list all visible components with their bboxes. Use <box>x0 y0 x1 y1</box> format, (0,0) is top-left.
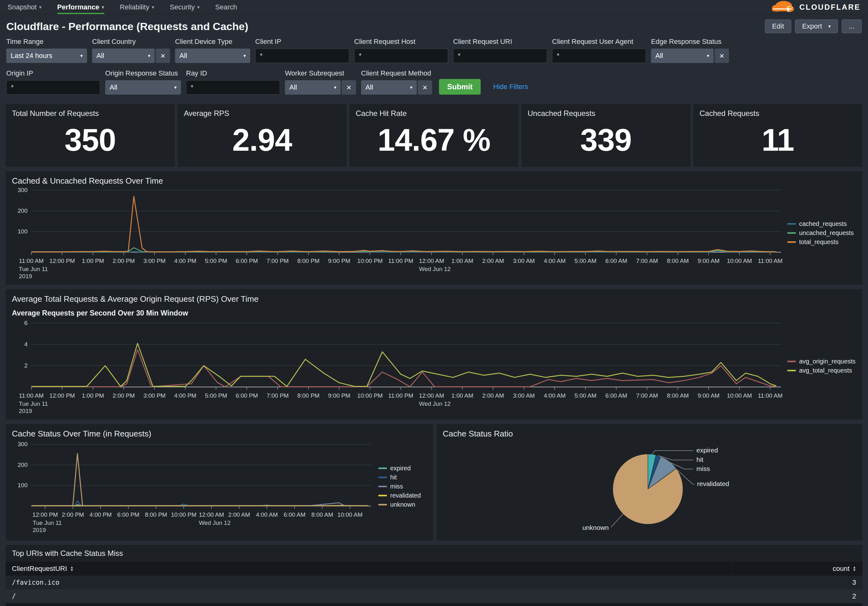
legend-item-expired[interactable]: expired <box>378 465 422 472</box>
client-request-method-clear-button[interactable]: × <box>418 80 432 95</box>
table-row[interactable]: /2 <box>6 589 862 603</box>
time-range-select[interactable]: Last 24 hours▾ <box>6 48 87 63</box>
pie-label-expired: expired <box>696 446 718 454</box>
chevron-down-icon: ▾ <box>410 85 412 90</box>
legend-swatch <box>787 223 796 225</box>
kpi-average-rps: Average RPS2.94 <box>178 104 347 167</box>
svg-text:9:00 AM: 9:00 AM <box>698 392 719 399</box>
svg-text:6:00 AM: 6:00 AM <box>284 511 305 518</box>
origin-response-status-select[interactable]: All▾ <box>105 80 181 95</box>
sort-icon[interactable]: ▲▼ <box>852 566 856 572</box>
svg-text:3:00 PM: 3:00 PM <box>143 258 166 264</box>
column-header-count[interactable]: count ▲▼ <box>731 562 862 576</box>
export-button[interactable]: Export▾ <box>795 19 838 33</box>
legend-label: revalidated <box>390 492 421 499</box>
filter-client-request-user-agent: Client Request User Agent <box>552 37 646 63</box>
table-row[interactable]: /favicon.ico3 <box>6 576 862 589</box>
sort-icon[interactable]: ▲▼ <box>70 566 74 572</box>
pie-label-revalidated: revalidated <box>697 480 729 487</box>
submit-button[interactable]: Submit <box>439 79 480 95</box>
svg-text:11:00 AM: 11:00 AM <box>758 392 783 399</box>
svg-text:10:00 PM: 10:00 PM <box>357 392 383 399</box>
nav-item-security[interactable]: Security▾ <box>170 0 200 14</box>
legend-item-cached-requests[interactable]: cached_requests <box>787 220 856 227</box>
filter-label: Client Device Type <box>175 37 250 46</box>
chevron-down-icon: ▾ <box>334 85 336 90</box>
client-device-type-select[interactable]: All▾ <box>175 48 250 63</box>
legend-item-unknown[interactable]: unknown <box>378 501 422 508</box>
filter-label: Client Request URI <box>453 37 547 46</box>
svg-text:2019: 2019 <box>19 273 32 280</box>
hide-filters-link[interactable]: Hide Filters <box>493 83 528 95</box>
nav-item-search[interactable]: Search <box>215 0 237 14</box>
legend-item-hit[interactable]: hit <box>378 474 422 481</box>
svg-text:2:00 AM: 2:00 AM <box>482 392 504 399</box>
svg-text:7:00 AM: 7:00 AM <box>636 258 658 264</box>
filter-row-1: Time RangeLast 24 hours▾Client CountryAl… <box>6 37 862 63</box>
client-ip-input[interactable] <box>255 48 349 63</box>
legend-label: avg_total_requests <box>799 367 852 374</box>
worker-subrequest-select[interactable]: All▾ <box>285 80 341 95</box>
svg-text:6:00 AM: 6:00 AM <box>605 258 627 264</box>
svg-text:Tue Jun 11: Tue Jun 11 <box>19 266 48 272</box>
svg-text:1:00 AM: 1:00 AM <box>451 392 473 399</box>
kpi-value: 350 <box>12 118 169 162</box>
kpi-label: Cache Hit Rate <box>356 109 512 118</box>
svg-text:2: 2 <box>24 362 28 369</box>
client-request-user-agent-input[interactable] <box>552 48 646 63</box>
svg-text:2:00 AM: 2:00 AM <box>482 258 504 264</box>
client-request-uri-input[interactable] <box>453 48 547 63</box>
column-header-uri[interactable]: ClientRequestURI ▲▼ <box>6 565 731 573</box>
legend-item-avg-origin-requests[interactable]: avg_origin_requests <box>787 358 856 365</box>
nav-item-performance[interactable]: Performance▾ <box>57 0 104 14</box>
legend-item-uncached-requests[interactable]: uncached_requests <box>787 229 856 236</box>
svg-text:11:00 PM: 11:00 PM <box>388 258 413 264</box>
svg-text:300: 300 <box>17 187 28 193</box>
count-cell: 3 <box>731 578 862 587</box>
client-request-host-input[interactable] <box>354 48 448 63</box>
panel-top-uris: Top URIs with Cache Status Miss ClientRe… <box>6 545 862 606</box>
svg-text:3:00 AM: 3:00 AM <box>513 392 535 399</box>
edge-response-status-select[interactable]: All▾ <box>651 48 714 63</box>
nav-item-reliability[interactable]: Reliability▾ <box>120 0 154 14</box>
filter-label: Client Request User Agent <box>552 37 646 46</box>
nav-item-snapshot[interactable]: Snapshot▾ <box>8 0 42 14</box>
svg-text:5:00 PM: 5:00 PM <box>205 392 227 399</box>
client-request-method-select[interactable]: All▾ <box>361 80 417 95</box>
top-nav: Snapshot▾Performance▾Reliability▾Securit… <box>0 0 868 14</box>
nav-item-label: Reliability <box>120 3 149 11</box>
filter-label: Origin Response Status <box>105 69 181 78</box>
table-footer-strip <box>6 603 862 606</box>
filter-time-range: Time RangeLast 24 hours▾ <box>6 37 87 63</box>
chevron-down-icon: ▾ <box>102 5 104 10</box>
svg-text:2:00 PM: 2:00 PM <box>113 258 135 264</box>
svg-text:9:00 PM: 9:00 PM <box>328 258 350 264</box>
svg-text:12:00 PM: 12:00 PM <box>50 258 75 264</box>
edge-response-status-clear-button[interactable]: × <box>715 48 729 63</box>
client-country-select[interactable]: All▾ <box>92 48 155 63</box>
legend-item-miss[interactable]: miss <box>378 483 422 490</box>
more-button[interactable]: ... <box>842 19 862 33</box>
panel-cache-status-over-time: Cache Status Over Time (in Requests) 100… <box>6 424 433 541</box>
chevron-down-icon: ▾ <box>243 53 246 59</box>
svg-text:5:00 AM: 5:00 AM <box>575 392 597 399</box>
svg-text:12:00 AM: 12:00 AM <box>419 392 444 399</box>
origin-ip-input[interactable] <box>6 80 100 95</box>
filter-label: Edge Response Status <box>651 37 729 46</box>
client-country-clear-button[interactable]: × <box>156 48 170 63</box>
svg-text:7:00 PM: 7:00 PM <box>267 392 289 399</box>
kpi-value: 11 <box>699 118 856 162</box>
table-body: /favicon.ico3/2 <box>6 576 862 603</box>
worker-subrequest-clear-button[interactable]: × <box>342 80 356 95</box>
filter-label: Client Request Host <box>354 37 448 46</box>
svg-text:6:00 PM: 6:00 PM <box>117 511 140 518</box>
edit-button[interactable]: Edit <box>765 19 791 33</box>
ray-id-input[interactable] <box>186 80 280 95</box>
legend-item-total-requests[interactable]: total_requests <box>787 238 856 246</box>
svg-text:11:00 AM: 11:00 AM <box>758 258 783 264</box>
filter-label: Client Request Method <box>361 69 432 78</box>
legend-item-revalidated[interactable]: revalidated <box>378 492 422 499</box>
chart-title: Cached & Uncached Requests Over Time <box>12 176 856 186</box>
legend-item-avg-total-requests[interactable]: avg_total_requests <box>787 367 856 374</box>
svg-text:8:00 AM: 8:00 AM <box>667 258 689 264</box>
